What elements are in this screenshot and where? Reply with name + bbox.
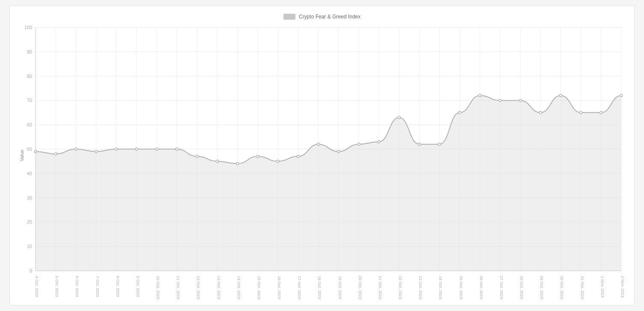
svg-text:17 Oct. 2023: 17 Oct. 2023 bbox=[297, 276, 302, 299]
svg-point-108 bbox=[559, 94, 562, 97]
svg-text:60: 60 bbox=[27, 122, 32, 127]
svg-point-92 bbox=[236, 162, 239, 165]
svg-text:30 Oct. 2023: 30 Oct. 2023 bbox=[560, 276, 564, 299]
svg-text:0: 0 bbox=[30, 268, 32, 273]
svg-text:25 Oct. 2023: 25 Oct. 2023 bbox=[459, 276, 464, 299]
svg-text:10: 10 bbox=[27, 244, 32, 249]
svg-point-93 bbox=[256, 155, 259, 158]
svg-point-95 bbox=[297, 155, 299, 158]
svg-point-105 bbox=[499, 99, 501, 102]
svg-text:2 Nov. 2023: 2 Nov. 2023 bbox=[620, 276, 625, 298]
svg-text:30: 30 bbox=[27, 195, 32, 200]
svg-point-111 bbox=[620, 94, 623, 97]
svg-point-86 bbox=[115, 148, 118, 150]
svg-point-99 bbox=[378, 141, 380, 143]
svg-point-102 bbox=[438, 143, 441, 146]
svg-text:5 Oct. 2023: 5 Oct. 2023 bbox=[55, 276, 60, 297]
svg-text:9 Oct. 2023: 9 Oct. 2023 bbox=[136, 276, 140, 297]
y-axis-label: Value bbox=[19, 150, 24, 161]
svg-text:24 Oct. 2023: 24 Oct. 2023 bbox=[438, 276, 443, 299]
svg-text:70: 70 bbox=[27, 98, 32, 103]
svg-point-97 bbox=[337, 150, 340, 153]
svg-text:19 Oct. 2023: 19 Oct. 2023 bbox=[338, 276, 343, 299]
svg-point-91 bbox=[216, 160, 219, 162]
svg-point-90 bbox=[196, 155, 198, 158]
svg-point-88 bbox=[155, 148, 158, 150]
svg-point-103 bbox=[459, 111, 461, 114]
svg-text:27 Oct. 2023: 27 Oct. 2023 bbox=[499, 276, 504, 299]
svg-point-89 bbox=[176, 148, 178, 150]
svg-point-98 bbox=[358, 143, 360, 146]
svg-point-83 bbox=[54, 153, 57, 155]
svg-text:1 Nov. 2023: 1 Nov. 2023 bbox=[600, 276, 605, 298]
svg-point-104 bbox=[479, 94, 481, 97]
svg-text:18 Oct. 2023: 18 Oct. 2023 bbox=[317, 276, 322, 299]
svg-text:8 Oct. 2023: 8 Oct. 2023 bbox=[116, 276, 120, 297]
svg-point-101 bbox=[418, 143, 420, 146]
svg-text:11 Oct. 2023: 11 Oct. 2023 bbox=[176, 276, 181, 299]
svg-text:10 Oct. 2023: 10 Oct. 2023 bbox=[156, 276, 161, 299]
svg-text:14 Oct. 2023: 14 Oct. 2023 bbox=[237, 276, 242, 299]
chart-svg: 01020304050607080901004 Oct. 20235 Oct. … bbox=[36, 15, 621, 271]
svg-text:4 Oct. 2023: 4 Oct. 2023 bbox=[35, 276, 39, 297]
chart-legend: Crypto Fear & Greed Index bbox=[283, 14, 361, 20]
svg-text:7 Oct. 2023: 7 Oct. 2023 bbox=[95, 276, 100, 297]
svg-point-107 bbox=[539, 111, 542, 114]
svg-text:21 Oct. 2023: 21 Oct. 2023 bbox=[378, 276, 383, 299]
svg-point-94 bbox=[277, 160, 279, 162]
legend-label: Crypto Fear & Greed Index bbox=[299, 14, 361, 20]
svg-text:12 Oct. 2023: 12 Oct. 2023 bbox=[196, 276, 201, 299]
svg-text:29 Oct. 2023: 29 Oct. 2023 bbox=[540, 276, 544, 299]
svg-point-106 bbox=[519, 99, 522, 102]
svg-text:40: 40 bbox=[27, 171, 32, 176]
chart-container: Crypto Fear & Greed Index Value 01020304… bbox=[9, 6, 635, 305]
svg-point-87 bbox=[135, 148, 138, 150]
svg-point-110 bbox=[600, 111, 602, 114]
svg-text:22 Oct. 2023: 22 Oct. 2023 bbox=[398, 276, 403, 299]
svg-text:16 Oct. 2023: 16 Oct. 2023 bbox=[277, 276, 282, 299]
svg-text:80: 80 bbox=[27, 74, 32, 79]
legend-swatch bbox=[283, 14, 295, 20]
svg-text:6 Oct. 2023: 6 Oct. 2023 bbox=[75, 276, 80, 297]
svg-text:90: 90 bbox=[27, 49, 32, 54]
svg-text:13 Oct. 2023: 13 Oct. 2023 bbox=[217, 276, 221, 299]
svg-text:31 Oct. 2023: 31 Oct. 2023 bbox=[580, 276, 585, 299]
svg-point-96 bbox=[317, 143, 319, 146]
svg-text:100: 100 bbox=[24, 25, 32, 30]
svg-text:20: 20 bbox=[27, 219, 32, 224]
svg-text:50: 50 bbox=[27, 147, 32, 152]
svg-text:15 Oct. 2023: 15 Oct. 2023 bbox=[257, 276, 262, 299]
svg-text:26 Oct. 2023: 26 Oct. 2023 bbox=[479, 276, 484, 299]
svg-point-100 bbox=[398, 116, 400, 119]
svg-text:23 Oct. 2023: 23 Oct. 2023 bbox=[418, 276, 423, 299]
svg-text:20 Oct. 2023: 20 Oct. 2023 bbox=[358, 276, 363, 299]
svg-point-85 bbox=[95, 150, 98, 153]
svg-point-84 bbox=[75, 148, 77, 150]
svg-point-109 bbox=[580, 111, 582, 114]
svg-text:28 Oct. 2023: 28 Oct. 2023 bbox=[519, 276, 524, 299]
